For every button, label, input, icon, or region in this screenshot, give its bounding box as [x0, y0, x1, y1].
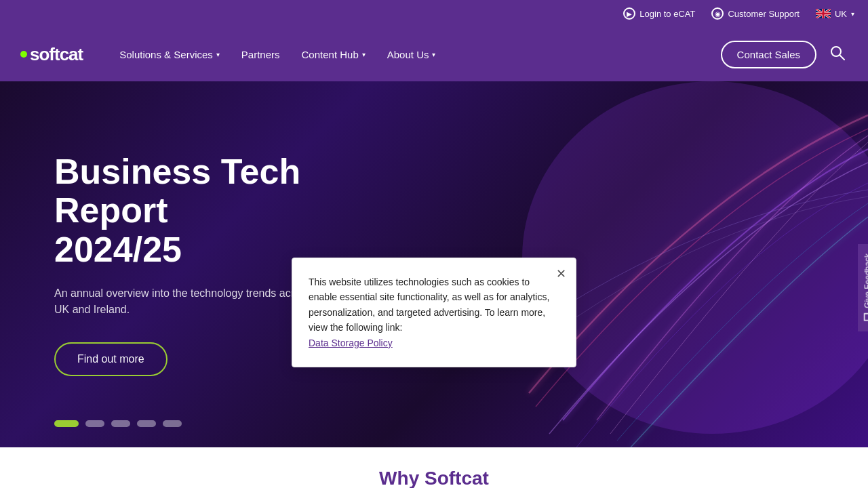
- nav-about-us[interactable]: About Us ▾: [378, 43, 446, 66]
- feedback-label: Give Feedback: [863, 253, 868, 308]
- cookie-banner: ✕ This website utilizes technologies suc…: [292, 258, 576, 367]
- nav-links: Solutions & Services ▾ Partners Content …: [110, 43, 720, 66]
- login-ecat-link[interactable]: ▶ Login to eCAT: [623, 7, 695, 20]
- carousel-dot-2[interactable]: [85, 420, 104, 427]
- top-bar: ▶ Login to eCAT ◉ Customer Support UK ▾: [0, 0, 868, 27]
- logo-text: softcat: [30, 44, 83, 65]
- carousel-dot-3[interactable]: [111, 420, 130, 427]
- chevron-down-icon: ▾: [362, 51, 366, 58]
- contact-sales-button[interactable]: Contact Sales: [721, 41, 816, 68]
- svg-line-10: [840, 55, 844, 60]
- support-label: Customer Support: [728, 9, 800, 19]
- data-storage-policy-link[interactable]: Data Storage Policy: [309, 338, 393, 348]
- feedback-tab[interactable]: Give Feedback: [858, 244, 868, 331]
- lang-chevron-icon: ▾: [851, 10, 854, 18]
- feedback-icon: [863, 312, 868, 322]
- lang-label: UK: [835, 9, 847, 19]
- logo[interactable]: softcat: [20, 44, 83, 65]
- cookie-close-button[interactable]: ✕: [556, 266, 566, 281]
- language-selector[interactable]: UK ▾: [816, 9, 854, 19]
- carousel-dots: [54, 420, 182, 427]
- chevron-down-icon: ▾: [432, 51, 435, 58]
- support-icon: ◉: [711, 7, 724, 20]
- hero-section: Business Tech Report 2024/25 An annual o…: [0, 81, 868, 447]
- uk-flag-icon: [816, 9, 831, 18]
- why-softcat-title: Why Softcat: [0, 468, 868, 488]
- carousel-dot-4[interactable]: [137, 420, 156, 427]
- svg-rect-8: [816, 13, 831, 15]
- nav-right: Contact Sales: [721, 41, 848, 68]
- cookie-text: This website utilizes technologies such …: [309, 274, 554, 350]
- login-icon: ▶: [623, 7, 635, 20]
- nav-content-hub[interactable]: Content Hub ▾: [292, 43, 375, 66]
- main-navbar: softcat Solutions & Services ▾ Partners …: [0, 27, 868, 81]
- search-icon: [830, 45, 845, 60]
- carousel-dot-5[interactable]: [163, 420, 182, 427]
- nav-partners[interactable]: Partners: [232, 43, 290, 66]
- customer-support-link[interactable]: ◉ Customer Support: [711, 7, 800, 20]
- logo-dot-icon: [20, 51, 27, 58]
- chevron-down-icon: ▾: [216, 51, 220, 58]
- nav-solutions-services[interactable]: Solutions & Services ▾: [110, 43, 229, 66]
- why-softcat-section: Why Softcat: [0, 447, 868, 488]
- search-button[interactable]: [827, 43, 848, 66]
- login-label: Login to eCAT: [639, 9, 695, 19]
- carousel-dot-1[interactable]: [54, 420, 79, 427]
- find-out-more-button[interactable]: Find out more: [54, 342, 167, 376]
- hero-title: Business Tech Report 2024/25: [54, 152, 353, 269]
